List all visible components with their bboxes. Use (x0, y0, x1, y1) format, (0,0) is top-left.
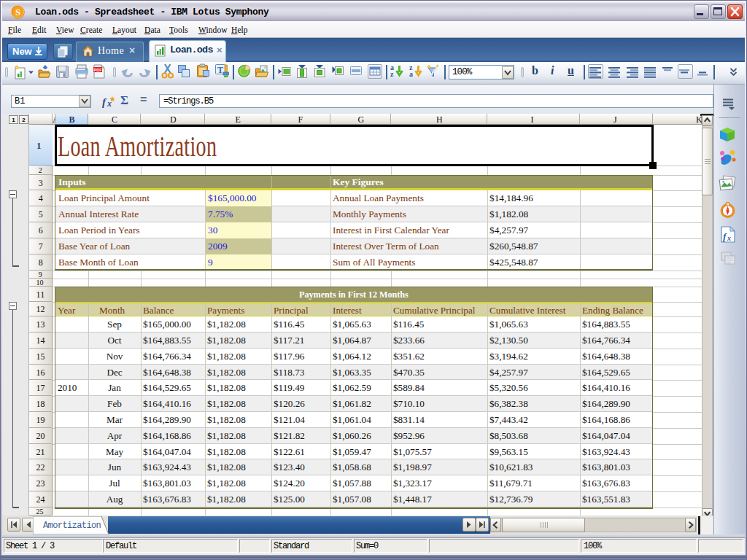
svg-text:N: N (727, 203, 729, 206)
svg-text:x: x (727, 234, 731, 242)
svg-text:z: z (390, 70, 394, 78)
svg-text:PDF: PDF (94, 68, 103, 72)
svg-text:x: x (107, 98, 112, 109)
svg-text:T: T (217, 65, 223, 75)
svg-text:f: f (102, 96, 107, 108)
svg-text:S: S (15, 7, 20, 18)
svg-text:a: a (409, 70, 413, 78)
